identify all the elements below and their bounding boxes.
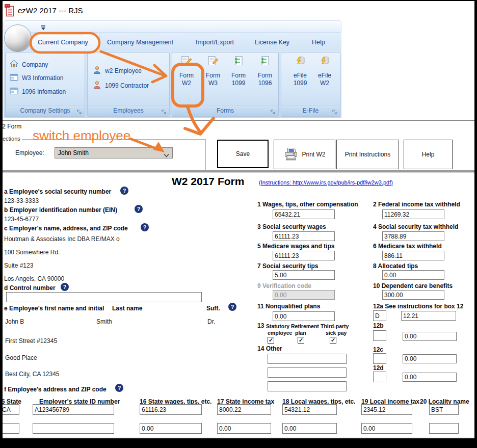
box12d-code-input[interactable] <box>373 372 386 382</box>
application-orb-button[interactable] <box>4 24 32 52</box>
box5-label: 5 Medicare wages and tips <box>257 243 334 250</box>
help-icon[interactable]: ? <box>61 283 69 291</box>
ribbon-item-company[interactable]: Company <box>10 60 48 69</box>
control-number-input[interactable] <box>6 292 202 302</box>
ribbon-item-w2-employee[interactable]: w2 Employee <box>93 66 142 76</box>
employer-name-line: Houtman & Associates Inc DBA RE/MAX o <box>4 235 120 243</box>
box4-input[interactable] <box>382 231 444 241</box>
divider <box>1 437 477 437</box>
dialog-launcher-icon[interactable] <box>161 108 167 114</box>
state-tax-input-row1[interactable] <box>217 404 271 415</box>
help-icon[interactable]: ? <box>120 187 128 195</box>
locality-input-row1[interactable] <box>429 404 459 415</box>
save-button-label: Save <box>236 150 250 157</box>
local-wages-input-row2[interactable] <box>282 423 337 434</box>
form-edit-icon <box>174 56 199 69</box>
employee-dropdown[interactable]: John Smith <box>55 147 173 159</box>
state-wages-input-row2[interactable] <box>140 423 202 434</box>
form-import-icon <box>226 56 251 69</box>
box10-label: 10 Dependent care benefits <box>373 282 453 289</box>
label-line1: Form <box>231 72 246 79</box>
box8-input[interactable] <box>382 270 444 280</box>
locality-input-row2[interactable] <box>429 423 459 434</box>
form-1099-button[interactable]: Form 1099 <box>226 56 251 87</box>
window-right-border <box>474 1 477 448</box>
state-input-row2[interactable] <box>0 423 19 434</box>
box12c-code-input[interactable] <box>373 353 386 364</box>
ribbon-group-forms: Form W2 Form W3 Form 1099 Fo <box>172 52 279 117</box>
box14-input-1[interactable] <box>268 354 347 364</box>
label-line1: Form <box>206 72 220 79</box>
box11-input[interactable] <box>273 311 335 321</box>
form-w3-button[interactable]: Form W3 <box>200 56 226 87</box>
help-icon[interactable]: ? <box>228 303 236 311</box>
ribbon-item-label: w2 Employee <box>105 67 142 74</box>
box12b-value-input[interactable] <box>403 332 457 341</box>
employee-suffix: Dr. <box>207 318 215 325</box>
box10-input[interactable] <box>382 290 444 300</box>
box14-input-3[interactable] <box>268 381 347 391</box>
statutory-employee-checkbox[interactable]: ✓ <box>268 337 274 344</box>
box1-input[interactable] <box>273 209 335 219</box>
third-party-sick-pay-checkbox[interactable]: ✓ <box>330 337 336 344</box>
help-icon[interactable]: ? <box>141 223 149 231</box>
state-id-input-row1[interactable] <box>33 404 114 415</box>
tab-company-management[interactable]: Company Management <box>107 39 173 46</box>
instructions-link[interactable]: (Instructions: http://www.irs.gov/pub/ir… <box>259 179 393 186</box>
box-e-label-last: Last name <box>112 305 142 312</box>
ribbon-item-1096-infomation[interactable]: 1096 Infomation <box>10 87 66 96</box>
box14-input-2[interactable] <box>268 367 347 378</box>
box-c-label: c Employer's name, address, and ZIP code <box>4 225 128 232</box>
box7-input[interactable] <box>273 270 335 280</box>
ribbon-item-w3-information[interactable]: W3 Information <box>10 73 63 83</box>
help-icon[interactable]: ? <box>115 384 123 392</box>
form-1096-button[interactable]: Form 1096 <box>252 56 278 87</box>
dialog-launcher-icon[interactable] <box>332 108 338 114</box>
help-icon[interactable]: ? <box>135 205 143 213</box>
local-wages-input-row1[interactable] <box>282 404 337 415</box>
box2-input[interactable] <box>382 209 444 219</box>
help-button[interactable]: Help <box>404 140 453 169</box>
tab-help[interactable]: Help <box>312 39 325 46</box>
info-table-icon <box>10 87 18 96</box>
state-id-input-row2[interactable] <box>33 423 114 434</box>
employee-dropdown-value: John Smith <box>58 149 89 156</box>
box12d-value-input[interactable] <box>403 373 457 382</box>
box3-input[interactable] <box>273 231 335 241</box>
tab-license-key[interactable]: License Key <box>255 39 289 46</box>
print-w2-button[interactable]: Print W2 <box>274 140 335 169</box>
efile-icon <box>287 56 313 69</box>
efile-1099-button[interactable]: eFile 1099 <box>287 56 313 87</box>
box12b-code-input[interactable] <box>373 330 386 341</box>
qat-customize-icon[interactable] <box>41 23 46 33</box>
box-e-label-suff: Suff. <box>206 305 220 312</box>
box13-col2-line1: Retirement <box>291 323 319 329</box>
tab-import-export[interactable]: Import/Export <box>196 39 234 46</box>
divider <box>1 170 477 173</box>
box12a-code-input[interactable] <box>373 310 386 321</box>
state-tax-input-row2[interactable] <box>217 423 271 434</box>
state-input-row1[interactable] <box>0 404 19 415</box>
employer-city-line: Los Angels, CA 90000 <box>4 275 64 282</box>
box6-input[interactable] <box>382 251 444 260</box>
box12c-value-input[interactable] <box>403 354 457 363</box>
box12a-value-input[interactable] <box>401 311 456 321</box>
tab-current-company[interactable]: Current Company <box>38 39 88 46</box>
local-tax-input-row2[interactable] <box>361 423 412 434</box>
dialog-launcher-icon[interactable] <box>270 108 276 114</box>
ribbon-item-1099-contractor[interactable]: 1099 Contractor <box>93 81 149 91</box>
save-button[interactable]: Save <box>217 140 269 168</box>
form-w2-button[interactable]: Form W2 <box>174 56 199 87</box>
print-instructions-button[interactable]: Print Instructions <box>336 140 399 169</box>
box5-input[interactable] <box>273 251 335 260</box>
employee-address-line: First Street #12345 <box>5 337 57 345</box>
efile-w2-button[interactable]: eFile W2 <box>312 56 337 87</box>
label-line2: 1096 <box>258 80 272 87</box>
state-wages-input-row1[interactable] <box>140 404 202 415</box>
window-left-border <box>1 1 3 448</box>
dialog-launcher-icon[interactable] <box>76 108 83 114</box>
form-title: W2 2017 Form <box>172 175 244 188</box>
local-tax-input-row1[interactable] <box>361 404 412 415</box>
retirement-plan-checkbox[interactable]: ✓ <box>298 337 304 344</box>
employee-address-line: Best City, CA 12345 <box>5 371 60 378</box>
